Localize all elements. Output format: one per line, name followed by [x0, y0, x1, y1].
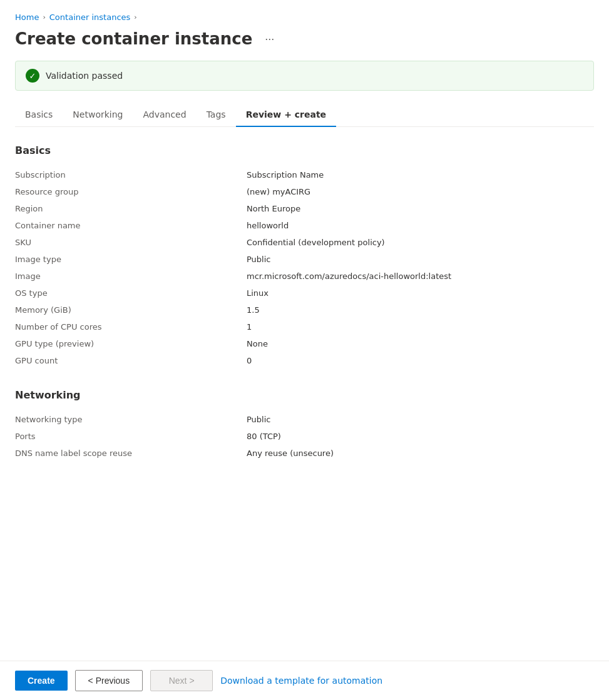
value-subscription: Subscription Name: [247, 170, 594, 180]
label-networking-type: Networking type: [15, 415, 247, 424]
field-ports: Ports 80 (TCP): [15, 428, 594, 445]
page-title: Create container instance: [15, 29, 252, 48]
page-menu-button[interactable]: ···: [260, 30, 279, 48]
field-gpu-count: GPU count 0: [15, 352, 594, 369]
breadcrumb: Home › Container instances ›: [15, 13, 594, 22]
label-memory: Memory (GiB): [15, 305, 247, 315]
field-resource-group: Resource group (new) myACIRG: [15, 183, 594, 200]
label-ports: Ports: [15, 432, 247, 441]
breadcrumb-sep-2: ›: [134, 13, 136, 21]
validation-success-icon: [26, 69, 39, 83]
basics-section: Basics Subscription Subscription Name Re…: [15, 145, 594, 369]
label-os-type: OS type: [15, 288, 247, 298]
tab-basics[interactable]: Basics: [15, 103, 63, 127]
value-os-type: Linux: [247, 288, 594, 298]
label-dns-label-scope: DNS name label scope reuse: [15, 449, 247, 458]
tab-tags[interactable]: Tags: [197, 103, 236, 127]
value-cpu-cores: 1: [247, 322, 594, 332]
field-image: Image mcr.microsoft.com/azuredocs/aci-he…: [15, 268, 594, 285]
field-networking-type: Networking type Public: [15, 411, 594, 428]
label-gpu-type: GPU type (preview): [15, 339, 247, 348]
page-header: Create container instance ···: [15, 29, 594, 48]
next-button: Next >: [150, 670, 213, 691]
label-container-name: Container name: [15, 221, 247, 230]
create-button[interactable]: Create: [15, 671, 68, 691]
label-resource-group: Resource group: [15, 187, 247, 196]
value-sku: Confidential (development policy): [247, 238, 594, 247]
tab-networking[interactable]: Networking: [63, 103, 133, 127]
breadcrumb-sep-1: ›: [43, 13, 45, 21]
field-subscription: Subscription Subscription Name: [15, 166, 594, 183]
breadcrumb-home[interactable]: Home: [15, 13, 39, 22]
breadcrumb-container-instances[interactable]: Container instances: [49, 13, 131, 22]
field-memory: Memory (GiB) 1.5: [15, 302, 594, 318]
field-region: Region North Europe: [15, 200, 594, 217]
label-subscription: Subscription: [15, 170, 247, 180]
value-gpu-type: None: [247, 339, 594, 348]
tab-bar: Basics Networking Advanced Tags Review +…: [15, 103, 594, 127]
value-image-type: Public: [247, 255, 594, 264]
validation-text: Validation passed: [46, 71, 123, 81]
field-sku: SKU Confidential (development policy): [15, 234, 594, 251]
field-gpu-type: GPU type (preview) None: [15, 335, 594, 352]
label-gpu-count: GPU count: [15, 356, 247, 365]
label-image: Image: [15, 271, 247, 281]
field-os-type: OS type Linux: [15, 285, 594, 302]
previous-button[interactable]: < Previous: [75, 670, 143, 691]
value-image: mcr.microsoft.com/azuredocs/aci-hellowor…: [247, 271, 594, 281]
value-networking-type: Public: [247, 415, 594, 424]
value-ports: 80 (TCP): [247, 432, 594, 441]
value-region: North Europe: [247, 204, 594, 213]
networking-section: Networking Networking type Public Ports …: [15, 389, 594, 462]
tab-review-create[interactable]: Review + create: [236, 103, 336, 127]
field-dns-label-scope: DNS name label scope reuse Any reuse (un…: [15, 445, 594, 462]
basics-section-title: Basics: [15, 145, 594, 156]
label-region: Region: [15, 204, 247, 213]
value-memory: 1.5: [247, 305, 594, 315]
label-image-type: Image type: [15, 255, 247, 264]
field-container-name: Container name helloworld: [15, 217, 594, 234]
value-dns-label-scope: Any reuse (unsecure): [247, 449, 594, 458]
value-resource-group: (new) myACIRG: [247, 187, 594, 196]
field-cpu-cores: Number of CPU cores 1: [15, 318, 594, 335]
tab-advanced[interactable]: Advanced: [133, 103, 196, 127]
value-gpu-count: 0: [247, 356, 594, 365]
label-cpu-cores: Number of CPU cores: [15, 322, 247, 332]
value-container-name: helloworld: [247, 221, 594, 230]
download-template-link[interactable]: Download a template for automation: [220, 676, 382, 686]
label-sku: SKU: [15, 238, 247, 247]
validation-banner: Validation passed: [15, 61, 594, 91]
field-image-type: Image type Public: [15, 251, 594, 268]
footer-bar: Create < Previous Next > Download a temp…: [0, 661, 609, 700]
networking-section-title: Networking: [15, 389, 594, 401]
